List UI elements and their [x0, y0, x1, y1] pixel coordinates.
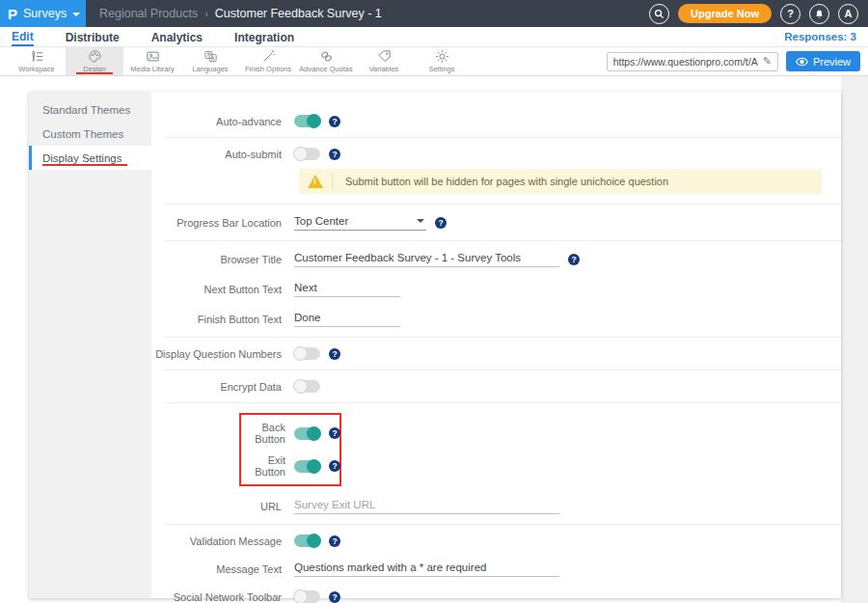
display-settings-annotation-underline [42, 164, 127, 166]
display-question-numbers-toggle[interactable] [294, 347, 320, 360]
chain-links-icon [318, 49, 335, 64]
toggle-knob [293, 589, 308, 603]
divider [165, 137, 841, 138]
message-text-input[interactable] [294, 561, 559, 577]
preview-label: Preview [813, 56, 851, 68]
breadcrumb-current: Customer Feedback Survey - 1 [215, 7, 382, 20]
tab-design[interactable]: Design [66, 47, 123, 75]
design-sidebar: Standard Themes Custom Themes Display Se… [29, 92, 151, 598]
exit-button-toggle[interactable] [294, 460, 320, 473]
next-button-text-row: Next Button Text [151, 281, 841, 297]
selected-value: Top Center [294, 215, 348, 227]
divider [165, 337, 841, 338]
exit-button-help-icon[interactable]: ? [329, 460, 340, 472]
encrypt-data-row: Encrypt Data [151, 380, 841, 393]
sidebar-item-standard-themes[interactable]: Standard Themes [29, 97, 151, 122]
back-button-help-icon[interactable]: ? [329, 427, 340, 439]
tab-media-library[interactable]: Media Library [123, 47, 181, 75]
toggle-knob [307, 534, 321, 548]
tab-workspace[interactable]: Workspace [8, 47, 66, 75]
encrypt-data-toggle[interactable] [294, 380, 320, 393]
preview-button[interactable]: Preview [786, 51, 860, 71]
gear-icon [434, 49, 450, 64]
breadcrumb-separator-icon: › [204, 8, 208, 19]
tab-settings[interactable]: Settings [413, 47, 471, 75]
breadcrumb-parent[interactable]: Regional Products [99, 7, 198, 20]
nav-tab-distribute[interactable]: Distribute [66, 29, 120, 45]
magic-wand-icon [260, 49, 277, 64]
exit-url-input[interactable] [294, 498, 559, 514]
next-button-text-input[interactable] [294, 281, 400, 297]
browser-title-label: Browser Title [151, 254, 294, 265]
survey-url-input[interactable] [613, 56, 758, 68]
exit-button-label: Exit Button [241, 454, 294, 478]
topbar-actions: Upgrade Now ? A [649, 0, 868, 27]
sidebar-item-label: Display Settings [42, 152, 122, 164]
upgrade-now-button[interactable]: Upgrade Now [678, 4, 772, 23]
auto-advance-label: Auto-advance [151, 116, 294, 127]
progress-bar-help-icon[interactable]: ? [435, 217, 447, 229]
validation-message-help-icon[interactable]: ? [329, 535, 340, 547]
survey-nav: Edit Distribute Analytics Integration Re… [0, 27, 868, 47]
progress-bar-location-select[interactable]: Top Center [294, 214, 426, 231]
warning-icon-cell [299, 173, 333, 190]
product-switcher[interactable]: P Surveys [0, 0, 86, 27]
auto-submit-toggle[interactable] [294, 148, 320, 160]
product-name: Surveys [23, 7, 67, 20]
survey-url-box: ✎ [607, 52, 778, 71]
top-bar: P Surveys Regional Products › Customer F… [0, 0, 868, 27]
design-settings-card: Standard Themes Custom Themes Display Se… [29, 92, 841, 598]
translate-icon [203, 49, 219, 64]
toggle-knob [307, 426, 321, 441]
validation-message-toggle[interactable] [294, 534, 320, 547]
responses-count[interactable]: Responses: 3 [784, 31, 856, 42]
eye-icon [796, 57, 808, 67]
nav-tab-edit[interactable]: Edit [12, 28, 34, 46]
toggle-knob [307, 114, 321, 128]
sidebar-item-display-settings[interactable]: Display Settings [29, 146, 151, 170]
encrypt-data-label: Encrypt Data [151, 381, 294, 393]
auto-advance-help-icon[interactable]: ? [329, 116, 340, 127]
divider [165, 402, 841, 403]
auto-submit-help-icon[interactable]: ? [329, 149, 340, 160]
tab-finish-options[interactable]: Finish Options [239, 47, 297, 75]
tab-label: Workspace [18, 65, 54, 73]
auto-advance-toggle[interactable] [294, 115, 320, 127]
back-button-toggle[interactable] [294, 427, 320, 440]
help-button[interactable]: ? [780, 4, 800, 24]
display-question-numbers-help-icon[interactable]: ? [329, 348, 340, 360]
tab-variables[interactable]: Variables [355, 47, 413, 75]
auto-submit-row: Auto-submit ? [151, 148, 841, 160]
divider [165, 204, 841, 205]
page-gutter [841, 76, 868, 603]
browser-title-input[interactable] [294, 251, 559, 267]
browser-title-help-icon[interactable]: ? [568, 254, 580, 265]
finish-button-text-input[interactable] [294, 311, 400, 327]
social-network-toolbar-label: Social Network Toolbar [151, 591, 294, 603]
notifications-button[interactable] [809, 4, 829, 24]
warning-text: Submit button will be hidden for pages w… [333, 176, 668, 187]
search-button[interactable] [649, 4, 669, 24]
divider [165, 240, 841, 241]
edit-url-icon[interactable]: ✎ [763, 55, 772, 68]
auto-advance-row: Auto-advance ? [151, 115, 841, 127]
breadcrumb: Regional Products › Customer Feedback Su… [86, 0, 382, 27]
toggle-knob [293, 346, 308, 361]
social-network-toolbar-row: Social Network Toolbar ? [151, 590, 841, 603]
tab-languages[interactable]: Languages [181, 47, 239, 75]
toggle-knob [307, 459, 321, 474]
validation-message-label: Validation Message [151, 535, 294, 547]
nav-tab-integration[interactable]: Integration [234, 29, 294, 45]
back-button-row: Back Button ? [241, 422, 339, 445]
tab-label: Finish Options [245, 65, 291, 73]
toolbar-right: ✎ Preview [607, 47, 868, 75]
nav-tab-analytics[interactable]: Analytics [151, 29, 203, 45]
social-network-toolbar-help-icon[interactable]: ? [329, 591, 340, 603]
back-button-label: Back Button [241, 422, 294, 445]
account-avatar[interactable]: A [838, 4, 858, 24]
finish-button-text-row: Finish Button Text [151, 311, 841, 327]
tab-advance-quotas[interactable]: Advance Quotas [297, 47, 355, 75]
sidebar-item-custom-themes[interactable]: Custom Themes [29, 122, 151, 146]
social-network-toolbar-toggle[interactable] [294, 590, 320, 603]
validation-message-row: Validation Message ? [151, 534, 841, 547]
